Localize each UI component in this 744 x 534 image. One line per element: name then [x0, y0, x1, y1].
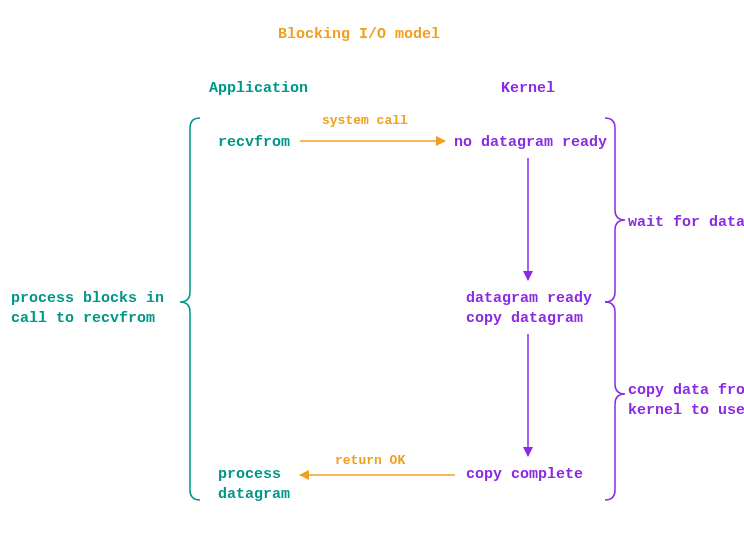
brace-right-top [605, 118, 625, 302]
brace-right-bottom [605, 302, 625, 500]
brace-left [180, 118, 200, 500]
diagram-svg [0, 0, 744, 534]
